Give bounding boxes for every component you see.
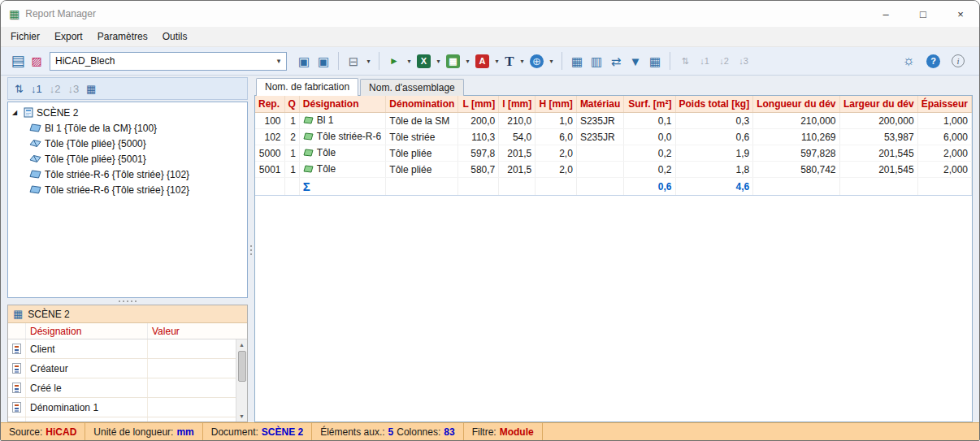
status-label: Colonnes: [397, 426, 440, 438]
column-header-d-nomination[interactable]: Dénomination [386, 96, 458, 113]
status-value: HiCAD [46, 426, 76, 438]
sheet-part-icon [303, 115, 314, 127]
sort-level-3-icon[interactable]: ↓3 [67, 84, 79, 94]
property-value[interactable] [148, 339, 236, 358]
tree-sort-icon[interactable]: ⇅ [15, 84, 24, 94]
sort-level-1-icon[interactable]: ↓1 [31, 84, 42, 94]
property-row-cr-le[interactable]: Créé le [8, 378, 236, 398]
status-segment-3: Éléments aux.: 5 Colonnes: 83 [312, 423, 463, 440]
export-calc-icon[interactable]: ▦ [446, 54, 460, 68]
export-excel-icon[interactable]: X [417, 54, 431, 68]
tree-item-1[interactable]: Tôle {Tôle pliée} {5000} [8, 136, 247, 151]
property-value[interactable] [148, 378, 236, 397]
column-header-q[interactable]: Q [284, 96, 299, 113]
expand-arrow-icon[interactable]: ◢ [12, 109, 20, 116]
scroll-up-icon[interactable]: ▲ [236, 339, 247, 350]
cell-d-signation: Tôle [299, 162, 385, 178]
properties-scrollbar[interactable]: ▲ ▼ [236, 339, 247, 422]
combobox-dropdown-icon[interactable]: ▾ [271, 57, 286, 65]
tab-nom-de-fabrication[interactable]: Nom. de fabrication [256, 78, 358, 96]
replace-icon[interactable]: ⇄ [607, 51, 625, 71]
tree-item-3[interactable]: Tôle striée-R-6 {Tôle striée} {102} [8, 166, 247, 182]
column-header-poids-total-kg[interactable]: Poids total [kg] [675, 96, 753, 113]
column-header-paisseur[interactable]: Épaisseur [917, 96, 971, 113]
properties-name-column-header[interactable]: Désignation [26, 323, 148, 339]
table-options-icon[interactable]: ▦ [646, 51, 664, 71]
column-header-l-mm[interactable]: l [mm] [499, 96, 536, 113]
tree-item-2[interactable]: Tôle {Tôle pliée} {5001} [8, 151, 247, 166]
property-row-partial-4[interactable] [8, 417, 236, 422]
tree-item-4[interactable]: Tôle striée-R-6 {Tôle striée} {102} [8, 182, 247, 197]
filter-icon[interactable]: ▼ [627, 51, 644, 71]
horizontal-splitter[interactable] [7, 298, 248, 305]
minimize-button[interactable]: – [867, 1, 904, 27]
save-report-icon[interactable]: ▣ [295, 51, 313, 71]
new-report-icon[interactable]: ▤ [9, 51, 27, 71]
export-text-icon[interactable]: T [503, 51, 516, 71]
tab-nom-d-assemblage[interactable]: Nom. d'assemblage [360, 79, 464, 96]
column-header-surf-m[interactable]: Surf. [m²] [624, 96, 675, 113]
property-value[interactable] [148, 359, 236, 378]
table-row-0[interactable]: 1001Bl 1Tôle de la SM200,0210,01,0S235JR… [255, 113, 972, 129]
cell-d-signation: Bl 1 [299, 113, 385, 129]
help-icon[interactable]: ? [926, 54, 940, 68]
column-header-rep[interactable]: Rep. [255, 96, 284, 113]
tree-root-row[interactable]: ◢SCÈNE 2 [8, 105, 247, 120]
info-icon[interactable]: i [952, 54, 965, 67]
property-value[interactable] [148, 398, 236, 417]
properties-icon-column [8, 323, 26, 339]
sum-cell-h-mm [536, 178, 577, 196]
export-text-dropdown-icon[interactable]: ▾ [518, 58, 527, 65]
properties-column-headers: Désignation Valeur [8, 323, 247, 339]
properties-value-column-header[interactable]: Valeur [148, 323, 247, 339]
property-row-d-nomination-1[interactable]: Dénomination 1 [8, 398, 236, 417]
cell-d-signation: Tôle [299, 145, 385, 162]
export-report-icon[interactable]: ► [385, 51, 403, 71]
table-view-icon[interactable]: ▦ [568, 51, 586, 71]
property-value[interactable] [148, 417, 236, 422]
tree-item-0[interactable]: Bl 1 {Tôle de la CM} {100} [8, 120, 247, 136]
property-row-client[interactable]: Client [8, 339, 236, 359]
tree-item-label: Tôle {Tôle pliée} {5001} [45, 153, 146, 165]
print-dropdown-icon[interactable]: ▾ [364, 58, 373, 65]
properties-title: SCÈNE 2 [28, 309, 69, 320]
export-pdf-dropdown-icon[interactable]: ▾ [492, 58, 501, 65]
column-header-l-mm[interactable]: L [mm] [458, 96, 499, 113]
report-template-combobox[interactable]: HiCAD_Blech ▾ [50, 52, 287, 71]
column-header-h-mm[interactable]: H [mm] [536, 96, 577, 113]
cell-poids-total-kg: 1,8 [675, 162, 753, 178]
export-html-icon[interactable]: ⊕ [530, 54, 544, 68]
column-header-d-signation[interactable]: Désignation [299, 96, 385, 113]
table-row-1[interactable]: 1022Tôle striée-R-6Tôle striée110,354,06… [255, 129, 972, 145]
column-settings-icon[interactable]: ▥ [588, 51, 605, 71]
export-calc-dropdown-icon[interactable]: ▾ [463, 58, 472, 65]
table-row-3[interactable]: 50011TôleTôle pliée580,7201,52,00,21,858… [255, 162, 972, 178]
menu-item-outils[interactable]: Outils [155, 28, 195, 45]
tree-table-icon[interactable]: ▦ [86, 84, 96, 94]
scroll-down-icon[interactable]: ▼ [236, 411, 247, 422]
close-button[interactable]: × [942, 1, 979, 27]
export-dropdown-icon[interactable]: ▾ [405, 58, 414, 65]
column-header-longueur-du-d-v[interactable]: Longueur du dév [753, 96, 839, 113]
print-icon[interactable]: ⊟ [345, 51, 362, 71]
settings-gear-icon[interactable]: ☼ [902, 53, 915, 69]
export-pdf-icon[interactable]: A [475, 54, 489, 68]
menu-item-export[interactable]: Export [47, 28, 90, 45]
column-header-mat-riau[interactable]: Matériau [576, 96, 623, 113]
column-header-largeur-du-d-v[interactable]: Largeur du dév [839, 96, 917, 113]
sum-cell-q [284, 178, 299, 196]
vertical-splitter[interactable] [248, 77, 254, 422]
maximize-button[interactable]: □ [904, 1, 942, 27]
export-html-dropdown-icon[interactable]: ▾ [547, 58, 556, 65]
scrollbar-thumb[interactable] [238, 351, 246, 382]
favorite-reports-icon[interactable]: ▨ [28, 51, 45, 71]
sum-cell-rep [255, 178, 284, 196]
property-row-cr-ateur[interactable]: Créateur [8, 359, 236, 378]
menu-item-fichier[interactable]: Fichier [3, 28, 47, 45]
table-row-2[interactable]: 50001TôleTôle pliée597,8201,52,00,21,959… [255, 145, 972, 162]
save-all-reports-icon[interactable]: ▣ [314, 51, 332, 71]
export-excel-dropdown-icon[interactable]: ▾ [434, 58, 443, 65]
sort-level-2-icon[interactable]: ↓2 [50, 84, 61, 94]
bent-sheet-icon [29, 139, 41, 148]
menu-item-param-tres[interactable]: Paramètres [90, 28, 155, 45]
